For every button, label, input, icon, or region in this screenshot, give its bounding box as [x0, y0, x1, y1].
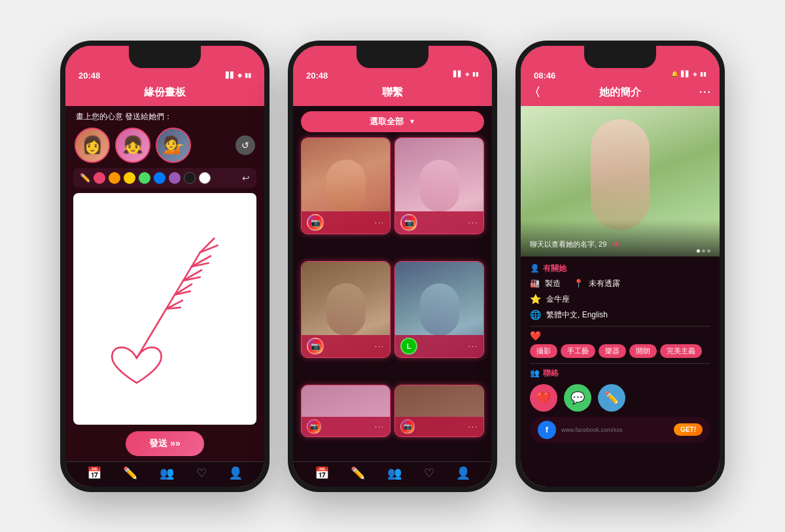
nav-calendar-2[interactable]: 📅	[315, 466, 329, 480]
nav-heart-1[interactable]: ♡	[196, 466, 207, 480]
about-label: 👤 有關她	[530, 263, 710, 274]
language-row: 🌐 繁體中文, English	[530, 310, 710, 321]
line-icon-4[interactable]: L	[400, 338, 417, 355]
color-green[interactable]	[139, 172, 150, 184]
nav-people-1[interactable]: 👥	[160, 466, 174, 480]
phone-profile: 08:46 🔔▋▋◈▮▮ 〈 她的簡介 ··· 聊天以查看她的名字, 29	[515, 41, 725, 492]
card-dots-1: ···	[375, 219, 385, 226]
more-button[interactable]: ···	[699, 86, 712, 98]
time-1: 20:48	[78, 71, 100, 80]
drawing-svg	[73, 193, 256, 425]
ig-icon-3[interactable]: 📷	[307, 338, 324, 355]
profile-name-text: 聊天以查看她的名字, 29	[530, 239, 606, 249]
badge-instruments: 樂器	[599, 344, 626, 358]
refresh-button[interactable]: ↺	[236, 135, 255, 155]
ig-icon-6[interactable]: 📷	[400, 419, 415, 434]
avatar-row: 👩 👧 💁 ↺	[65, 125, 264, 168]
girl-card-3[interactable]: 📷 ···	[301, 261, 391, 358]
card-bar-4: L ···	[395, 335, 483, 357]
status-icons-3: 🔔▋▋◈▮▮	[671, 71, 706, 80]
time-3: 08:46	[534, 71, 555, 80]
photo-dot-nav	[697, 249, 710, 253]
badge-cheerful: 開朗	[629, 344, 657, 358]
profile-photo: 聊天以查看她的名字, 29 👁	[521, 106, 720, 257]
girl-card-2[interactable]: 📷 ···	[394, 137, 484, 234]
interests-label-row: ❤️	[530, 330, 710, 341]
girl-card-1[interactable]: 📷 ···	[301, 137, 391, 234]
drawing-prompt: 畫上您的心意 發送給她們：	[65, 106, 264, 125]
card-dots-6: ···	[468, 423, 478, 431]
color-orange[interactable]	[109, 172, 120, 184]
manufacture-row: 🏭 製造 📍 未有透露	[530, 278, 710, 289]
girl-card-4[interactable]: L ···	[394, 261, 484, 358]
color-yellow[interactable]	[124, 172, 135, 184]
select-all-label: 選取全部	[370, 116, 404, 128]
contact-people-icon: 👥	[530, 368, 540, 378]
nav-draw-2[interactable]: ✏️	[351, 466, 365, 480]
nav-people-2[interactable]: 👥	[387, 466, 402, 480]
nav-calendar-1[interactable]: 📅	[87, 466, 101, 480]
card-dots-5: ···	[375, 423, 385, 431]
status-bar-1: 20:48 ▋▋ ◈ ▮▮	[65, 46, 264, 83]
edit-contact-button[interactable]: ✏️	[598, 384, 625, 412]
interests-badges: 攝影 手工藝 樂器 開朗 完美主義	[530, 344, 710, 358]
girl-card-6[interactable]: 📷 ···	[394, 385, 484, 437]
card-bar-2: 📷 ···	[395, 211, 483, 234]
card-dots-2: ···	[468, 219, 478, 226]
avatar-2[interactable]: 👧	[115, 128, 150, 163]
send-button-container: 發送 »»	[65, 425, 264, 461]
header-title-1: 緣份畫板	[144, 86, 186, 98]
card-bar-6: 📷 ···	[395, 417, 483, 436]
profile-header-title: 她的簡介	[599, 86, 641, 99]
color-red[interactable]	[94, 172, 105, 184]
back-button[interactable]: 〈	[529, 84, 540, 100]
nav-draw-1[interactable]: ✏️	[123, 466, 137, 480]
color-black[interactable]	[184, 172, 196, 184]
chat-contact-button[interactable]: 💬	[564, 384, 591, 412]
contact-label-row: 👥 聯絡	[530, 368, 710, 379]
badge-perfectionist: 完美主義	[660, 344, 702, 358]
avatar-1[interactable]: 👩	[75, 128, 110, 163]
card-bar-3: 📷 ···	[302, 335, 390, 357]
globe-icon: 🌐	[530, 310, 541, 320]
profile-info: 👤 有關她 🏭 製造 📍 未有透露 ⭐ 金牛座 🌐	[521, 257, 720, 487]
nav-profile-1[interactable]: 👤	[228, 466, 243, 480]
dot-2	[702, 249, 705, 253]
pencil-icon[interactable]: ✏️	[80, 173, 90, 183]
zodiac-row: ⭐ 金牛座	[530, 294, 710, 305]
color-blue[interactable]	[154, 172, 166, 184]
card-bar-5: 📷 ···	[302, 417, 390, 436]
color-purple[interactable]	[169, 172, 181, 184]
ig-icon-5[interactable]: 📷	[307, 419, 321, 434]
dot-1	[697, 249, 700, 253]
contact-buttons-row: ❤️ 💬 ✏️	[530, 384, 710, 412]
ig-icon-1[interactable]: 📷	[307, 214, 324, 231]
ig-icon-2[interactable]: 📷	[400, 214, 417, 231]
card-bar-1: 📷 ···	[302, 211, 390, 234]
girls-grid: 📷 ··· 📷 ···	[293, 136, 492, 461]
color-white[interactable]	[199, 172, 211, 184]
manufacture-icon: 🏭	[530, 279, 540, 288]
nav-profile-2[interactable]: 👤	[456, 466, 470, 480]
phone-connect: 20:48 ▋▋◈▮▮ 聯繫 選取全部 ▼	[288, 41, 497, 492]
heart-contact-button[interactable]: ❤️	[530, 384, 557, 412]
send-button[interactable]: 發送 »»	[126, 431, 203, 456]
get-button[interactable]: GET!	[674, 423, 703, 436]
avatar-3[interactable]: 💁	[156, 128, 191, 163]
eye-icon: 👁	[612, 239, 621, 250]
header-2: 聯繫	[293, 83, 492, 106]
drawing-canvas[interactable]	[73, 193, 256, 425]
color-toolbar: ✏️ ↩	[73, 168, 256, 188]
undo-icon[interactable]: ↩	[242, 173, 250, 183]
star-icon: ⭐	[530, 294, 541, 304]
heart-icon: ❤️	[530, 330, 541, 341]
phone-drawing-board: 20:48 ▋▋ ◈ ▮▮ 緣份畫板 畫上您的心意 發送給她們： 👩	[60, 41, 270, 492]
select-all-bar[interactable]: 選取全部 ▼	[301, 111, 484, 132]
facebook-icon: f	[538, 421, 556, 439]
dot-3	[707, 249, 710, 253]
location-icon: 📍	[574, 279, 584, 288]
girl-card-5[interactable]: 📷 ···	[301, 385, 391, 437]
nav-heart-2[interactable]: ♡	[424, 466, 434, 480]
header-1: 緣份畫板	[65, 83, 264, 106]
bottom-nav-2: 📅 ✏️ 👥 ♡ 👤	[293, 461, 492, 487]
